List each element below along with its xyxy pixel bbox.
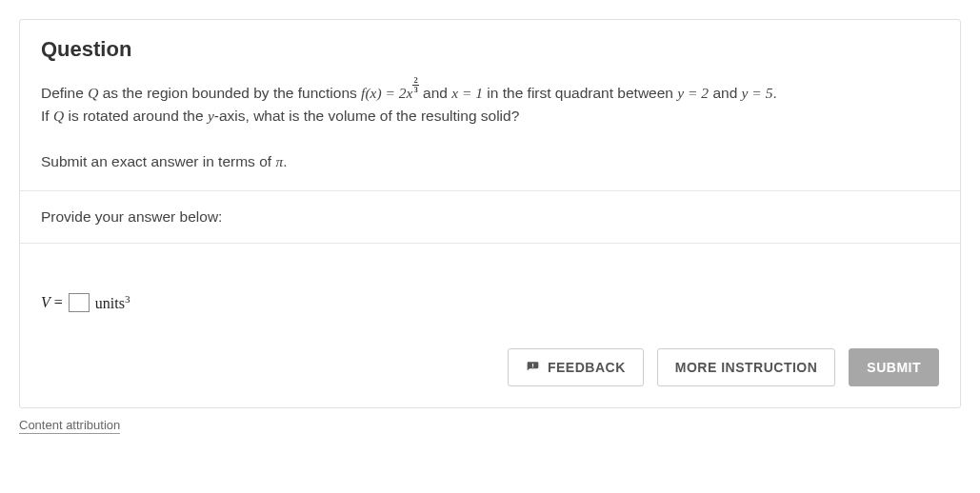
question-heading: Question: [41, 37, 939, 62]
math-y2: y = 2: [677, 85, 709, 101]
math-x1: x = 1: [451, 85, 483, 101]
answer-input[interactable]: [69, 293, 90, 312]
submit-button[interactable]: SUBMIT: [849, 348, 939, 386]
units-exp: 3: [125, 293, 130, 305]
text: is rotated around the: [64, 108, 208, 124]
math-pi: π: [275, 153, 283, 169]
hint-text-end: .: [283, 153, 287, 169]
text: in the first quadrant between: [483, 85, 677, 101]
answer-V: V: [41, 294, 50, 310]
text: -axis, what is the volume of the resulti…: [214, 108, 520, 124]
submit-label: SUBMIT: [867, 360, 921, 375]
text: and: [419, 85, 451, 101]
button-row: FEEDBACK MORE INSTRUCTION SUBMIT: [20, 333, 960, 407]
text: and: [709, 85, 741, 101]
units-text: units: [95, 295, 125, 311]
provide-label: Provide your answer below:: [41, 208, 939, 226]
feedback-label: FEEDBACK: [548, 360, 626, 375]
text: .: [772, 85, 776, 101]
question-card: Question Define Q as the region bounded …: [19, 19, 961, 408]
content-attribution[interactable]: Content attribution: [19, 418, 961, 432]
math-exponent-frac: 23: [412, 76, 418, 93]
more-label: MORE INSTRUCTION: [675, 360, 818, 375]
math-fx: f(x) = 2x: [361, 85, 412, 101]
hint-text: Submit an exact answer in terms of: [41, 153, 275, 169]
question-body: Define Q as the region bounded by the fu…: [41, 79, 939, 173]
math-Q: Q: [88, 85, 98, 101]
answer-line: V = units3: [41, 293, 939, 312]
answer-eq: =: [54, 294, 63, 310]
feedback-button[interactable]: FEEDBACK: [508, 348, 644, 386]
feedback-icon: [526, 361, 540, 374]
provide-section: Provide your answer below:: [20, 191, 960, 244]
more-instruction-button[interactable]: MORE INSTRUCTION: [657, 348, 836, 386]
answer-area: V = units3: [20, 244, 960, 333]
math-y: y: [208, 108, 214, 124]
math-y5: y = 5: [742, 85, 773, 101]
math-Q2: Q: [53, 108, 64, 124]
question-section: Question Define Q as the region bounded …: [20, 20, 960, 191]
text: If: [41, 108, 53, 124]
attribution-link[interactable]: Content attribution: [19, 418, 120, 434]
answer-units: units3: [95, 293, 130, 312]
text: as the region bounded by the functions: [98, 85, 361, 101]
frac-den: 3: [412, 86, 418, 94]
text: Define: [41, 85, 88, 101]
